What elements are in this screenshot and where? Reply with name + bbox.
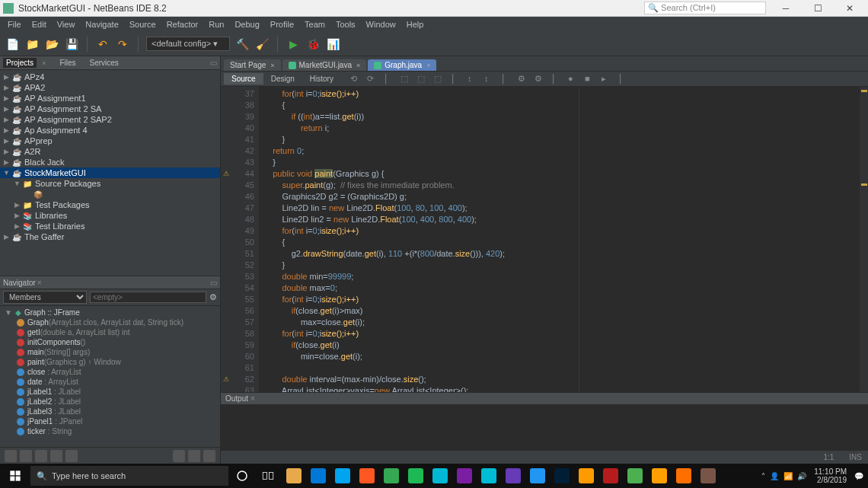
project-item[interactable]: ▶☕APprep (0, 136, 220, 146)
project-item[interactable]: ▶📚Libraries (0, 210, 220, 221)
editor-tab[interactable]: MarketGUI.java× (282, 59, 367, 71)
undo-icon[interactable]: ↶ (95, 37, 110, 52)
taskbar-app-icon[interactable] (379, 464, 404, 488)
taskbar-search[interactable]: 🔍 Type here to search (30, 466, 228, 486)
filter-icon[interactable] (65, 450, 78, 462)
taskbar-app-icon[interactable] (306, 464, 330, 488)
output-panel-header[interactable]: Output × (221, 392, 868, 404)
menu-file[interactable]: File (3, 18, 26, 30)
clean-build-icon[interactable]: 🧹 (254, 37, 270, 52)
navigator-member[interactable]: close : ArrayList (0, 367, 220, 377)
menu-edit[interactable]: Edit (27, 18, 51, 30)
profile-icon[interactable]: 📊 (325, 37, 340, 52)
menu-team[interactable]: Team (300, 18, 330, 30)
taskbar-app-icon[interactable] (282, 464, 306, 488)
code-editor[interactable]: ⚠⚠ 3738394041424344454647484950515253545… (221, 87, 868, 392)
taskbar-clock[interactable]: 11:10 PM2/8/2019 (811, 467, 850, 484)
project-item[interactable]: ▶📚Test Libraries (0, 221, 220, 231)
taskbar-app-icon[interactable] (477, 464, 501, 488)
projects-tree[interactable]: ▶☕APz4▶☕APA2▶☕AP Assignment1▶☕AP Assignm… (0, 70, 220, 276)
taskbar-app-icon[interactable] (330, 464, 355, 488)
filter-icon[interactable] (20, 450, 32, 462)
close-button[interactable]: ✕ (834, 1, 865, 16)
editor-subtab-design[interactable]: Design (263, 73, 302, 85)
editor-subtab-history[interactable]: History (302, 73, 341, 85)
project-item[interactable]: 📦 (0, 189, 220, 199)
taskbar-app-icon[interactable] (647, 464, 672, 488)
menu-view[interactable]: View (53, 18, 80, 30)
menu-source[interactable]: Source (125, 18, 161, 30)
editor-tool-icon[interactable]: │ (501, 74, 512, 85)
volume-icon[interactable]: 🔊 (797, 472, 806, 480)
navigator-member[interactable]: initComponents() (0, 337, 220, 347)
project-item[interactable]: ▶☕AP Assignment 2 SAP2 (0, 114, 220, 125)
filter-icon[interactable] (35, 450, 47, 462)
filter-icon[interactable] (203, 450, 215, 462)
project-item[interactable]: ▶☕Black Jack (0, 157, 220, 167)
debug-icon[interactable]: 🐞 (305, 37, 321, 52)
project-item[interactable]: ▶☕A2R (0, 146, 220, 157)
navigator-member[interactable]: jPanel1 : JPanel (0, 416, 220, 426)
editor-tool-icon[interactable]: ⬚ (400, 74, 411, 85)
taskbar-app-icon[interactable] (428, 464, 452, 488)
panel-tab-projects[interactable]: Projects (3, 58, 37, 68)
taskview-icon[interactable] (256, 464, 280, 488)
editor-tool-icon[interactable]: ▸ (602, 74, 612, 85)
navigator-member[interactable]: jLabel3 : JLabel (0, 407, 220, 416)
cortana-icon[interactable] (230, 464, 254, 488)
panel-tab-services[interactable]: Services (87, 58, 122, 68)
error-stripe[interactable] (859, 87, 868, 392)
open-icon[interactable]: 📂 (44, 37, 59, 52)
project-item[interactable]: ▶☕APz4 (0, 72, 220, 82)
menu-refactor[interactable]: Refactor (162, 18, 203, 30)
taskbar-app-icon[interactable] (598, 464, 623, 488)
project-item[interactable]: ▼☕StockMarketGUI (0, 167, 220, 178)
editor-tool-icon[interactable]: ■ (585, 74, 595, 85)
redo-icon[interactable]: ↷ (115, 37, 130, 52)
project-item[interactable]: ▶☕AP Assignment 2 SA (0, 104, 220, 114)
new-file-icon[interactable]: 📄 (5, 37, 20, 52)
filter-icon[interactable] (188, 450, 200, 462)
navigator-member[interactable]: paint(Graphics g) ↑ Window (0, 357, 220, 367)
menu-profile[interactable]: Profile (266, 18, 298, 30)
navigator-member[interactable]: jLabel1 : JLabel (0, 387, 220, 397)
taskbar-app-icon[interactable] (452, 464, 477, 488)
editor-tool-icon[interactable]: ↕ (468, 74, 478, 85)
menu-window[interactable]: Window (362, 18, 400, 30)
save-all-icon[interactable]: 💾 (64, 37, 79, 52)
taskbar-app-icon[interactable] (355, 464, 379, 488)
taskbar-app-icon[interactable] (550, 464, 574, 488)
filter-icon[interactable] (173, 450, 185, 462)
run-icon[interactable]: ▶ (286, 37, 301, 52)
menu-help[interactable]: Help (402, 18, 429, 30)
project-item[interactable]: ▶📁Test Packages (0, 199, 220, 210)
filter-icon[interactable] (5, 450, 17, 462)
ide-search[interactable]: 🔍 Search (Ctrl+I) (644, 2, 766, 14)
menu-tools[interactable]: Tools (331, 18, 360, 30)
project-item[interactable]: ▶☕Ap Assignment 4 (0, 125, 220, 136)
editor-tool-icon[interactable]: ⬚ (434, 74, 445, 85)
maximize-button[interactable]: ☐ (803, 1, 833, 16)
build-icon[interactable]: 🔨 (235, 37, 250, 52)
code-content[interactable]: for(int i=0;isize();i++) { if ((int)a==l… (259, 87, 859, 392)
editor-tool-icon[interactable]: ⚙ (518, 74, 528, 85)
taskbar-app-icon[interactable] (623, 464, 647, 488)
wifi-icon[interactable]: 📶 (783, 472, 793, 480)
navigator-member[interactable]: jLabel2 : JLabel (0, 397, 220, 407)
editor-tool-icon[interactable]: ⟳ (367, 74, 378, 85)
editor-tab[interactable]: Start Page× (224, 59, 281, 71)
project-item[interactable]: ▶☕APA2 (0, 82, 220, 93)
taskbar-app-icon[interactable] (672, 464, 696, 488)
notifications-icon[interactable]: 💬 (854, 472, 863, 480)
editor-tool-icon[interactable]: │ (618, 74, 629, 85)
editor-tool-icon[interactable]: │ (551, 74, 562, 85)
editor-tool-icon[interactable]: ↕ (484, 74, 495, 85)
project-item[interactable]: ▶☕The Gaffer (0, 231, 220, 242)
menu-debug[interactable]: Debug (230, 18, 263, 30)
project-item[interactable]: ▶☕AP Assignment1 (0, 93, 220, 104)
editor-tool-icon[interactable]: │ (384, 74, 394, 85)
system-tray[interactable]: ˄ 👤 📶 🔊 11:10 PM2/8/2019 💬 (761, 467, 866, 484)
editor-tool-icon[interactable]: ⟲ (350, 74, 361, 85)
people-icon[interactable]: 👤 (770, 472, 779, 480)
project-item[interactable]: ▼📁Source Packages (0, 178, 220, 189)
